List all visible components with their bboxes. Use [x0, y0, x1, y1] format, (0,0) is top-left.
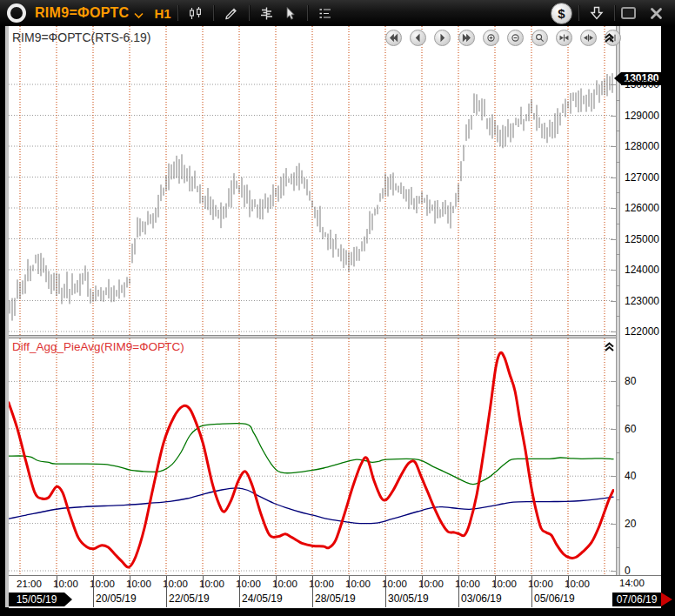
- time-tick: [57, 576, 57, 588]
- zoom-in-button[interactable]: [483, 30, 499, 46]
- price-minor-tick: [617, 162, 619, 163]
- toolbar-separator: [213, 5, 214, 21]
- title-bar: RIM9=ФОРТС H1 $: [0, 0, 675, 26]
- price-bars: [10, 73, 612, 321]
- chevron-down-icon[interactable]: [134, 7, 144, 23]
- indicator-minor-tick: [617, 452, 619, 453]
- date-label: 03/06/19: [461, 593, 502, 605]
- price-minor-tick: [617, 100, 619, 101]
- price-tick-label: 125000: [625, 233, 659, 245]
- date-boundary-tick: [531, 576, 532, 607]
- step-forward-button[interactable]: [434, 30, 451, 46]
- toolbar-separator: [307, 5, 308, 21]
- zoom-reset-button[interactable]: [531, 30, 548, 46]
- price-tick-mark: [611, 270, 616, 271]
- toolbar-separator: [177, 5, 178, 21]
- price-scale-divider[interactable]: [616, 26, 620, 575]
- price-minor-tick: [617, 131, 619, 131]
- price-tick-label: 126000: [625, 202, 659, 214]
- blue-line-line: [9, 488, 613, 524]
- indicator-grid: [9, 338, 614, 575]
- price-minor-tick: [617, 192, 619, 193]
- date-label: 22/05/19: [169, 593, 210, 605]
- date-label: 20/05/19: [96, 593, 137, 605]
- end-date-badge: 07/06/19: [612, 593, 661, 606]
- indicator-tick-mark: [611, 524, 616, 525]
- zoom-out-button[interactable]: [507, 30, 524, 46]
- toolbar-separator: [578, 5, 579, 21]
- arrow-down-icon[interactable]: [585, 3, 608, 23]
- price-tick-label: 129000: [625, 110, 659, 122]
- price-tick-label: 122000: [625, 325, 659, 338]
- indicator-plot[interactable]: [9, 338, 614, 575]
- time-tick: [422, 576, 423, 588]
- date-boundary-tick: [458, 576, 459, 607]
- candles-icon[interactable]: [184, 3, 207, 23]
- time-tick: [568, 576, 569, 588]
- price-tick-label: 127000: [625, 171, 659, 184]
- price-tick-mark: [611, 239, 616, 240]
- levels-icon[interactable]: [314, 3, 337, 23]
- collapse-chart-icon[interactable]: [604, 31, 615, 43]
- symbol-title[interactable]: RIM9=ФОРТС: [35, 5, 129, 21]
- time-tick: [276, 576, 277, 588]
- chart-symbol-label: RIM9=ФОРТС(RTS-6.19): [12, 30, 151, 44]
- fast-forward-button[interactable]: [458, 30, 475, 46]
- price-tick-label: 123000: [625, 295, 659, 307]
- date-label: 28/05/19: [315, 593, 356, 605]
- expand-bars-button[interactable]: [580, 30, 597, 46]
- pencil-icon[interactable]: [220, 3, 243, 23]
- indicator-label: Diff_Agg_PieAvg(RIM9=ФОРТС): [12, 340, 184, 353]
- panel-divider[interactable]: [9, 335, 616, 338]
- indicator-minor-tick: [617, 405, 619, 406]
- price-tick-mark: [611, 84, 616, 85]
- time-scale[interactable]: 21:0010:0010:0010:0010:0010:0010:0010:00…: [9, 575, 661, 608]
- indicator-tick-mark: [611, 381, 616, 382]
- price-tick-mark: [611, 331, 616, 332]
- window-tools: $: [551, 3, 667, 24]
- app-logo-icon: [7, 3, 26, 23]
- time-tick: [495, 576, 496, 588]
- time-tick: [130, 576, 130, 588]
- toolbar-separator: [614, 5, 615, 21]
- end-time-label: 14:00: [619, 578, 645, 588]
- profile-histogram-icon[interactable]: [256, 3, 278, 23]
- price-tick-label: 130000: [625, 78, 659, 90]
- indicator-tick-mark: [611, 429, 616, 430]
- date-boundary-tick: [93, 576, 94, 607]
- cursor-icon[interactable]: [278, 3, 301, 23]
- close-icon[interactable]: [645, 3, 667, 23]
- collapse-indicator-icon[interactable]: [604, 340, 615, 352]
- restore-window-icon[interactable]: [621, 7, 636, 19]
- time-tick: [203, 576, 204, 588]
- price-grid: [9, 26, 614, 335]
- date-boundary-tick: [239, 576, 240, 607]
- indicator-tick-label: 60: [625, 423, 636, 435]
- price-tick-mark: [611, 146, 616, 147]
- indicator-minor-tick: [617, 499, 619, 500]
- price-minor-tick: [617, 285, 619, 286]
- price-tick-label: 128000: [625, 140, 659, 152]
- date-label: 30/05/19: [388, 593, 429, 605]
- Diff_Agg_PieAvg-line: [9, 352, 613, 567]
- dollar-circle-icon[interactable]: $: [551, 3, 572, 24]
- price-tick-label: 124000: [625, 264, 659, 276]
- price-plot[interactable]: [9, 26, 614, 335]
- price-tick-mark: [611, 301, 616, 302]
- fast-rewind-button[interactable]: [385, 30, 402, 46]
- date-boundary-tick: [166, 576, 167, 607]
- timeframe-button[interactable]: H1: [154, 6, 170, 21]
- toolbar-separator: [249, 5, 250, 21]
- date-boundary-tick: [385, 576, 386, 607]
- price-minor-tick: [617, 224, 619, 224]
- start-date-badge: 15/05/19: [9, 593, 64, 606]
- compress-bars-button[interactable]: [556, 30, 572, 46]
- indicator-tick-label: 20: [625, 518, 636, 530]
- indicator-minor-tick: [617, 547, 619, 548]
- indicator-tick-label: 0: [625, 565, 631, 577]
- indicator-tick-label: 40: [625, 470, 636, 482]
- price-tick-mark: [611, 208, 616, 209]
- date-label: 05/06/19: [534, 593, 575, 605]
- indicator-tick-mark: [611, 476, 616, 477]
- step-back-button[interactable]: [410, 30, 426, 46]
